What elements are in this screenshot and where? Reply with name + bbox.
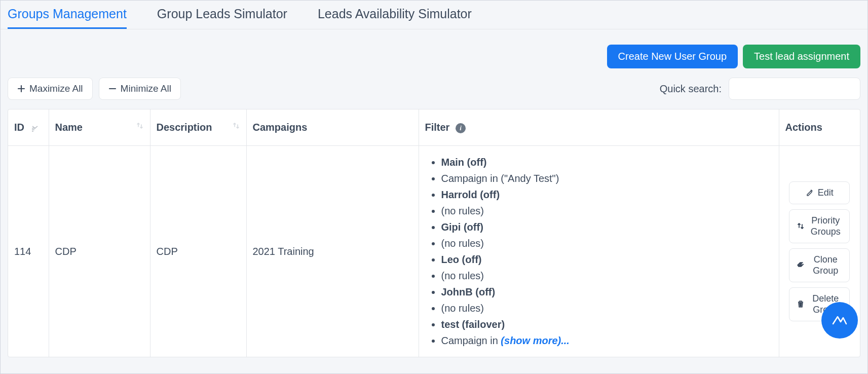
table-row: 114 CDP CDP 2021 Training Main (off) Cam…	[8, 146, 860, 357]
col-id[interactable]: ID	[8, 109, 49, 146]
tab-leads-availability-simulator[interactable]: Leads Availability Simulator	[318, 7, 472, 29]
filter-item: Main (off)	[441, 154, 773, 170]
sort-icon	[136, 122, 144, 130]
search-label: Quick search:	[660, 83, 722, 95]
col-name[interactable]: Name	[49, 109, 150, 146]
edit-icon	[806, 189, 814, 197]
col-id-label: ID	[14, 122, 24, 133]
tab-group-leads-simulator[interactable]: Group Leads Simulator	[157, 7, 287, 29]
filter-list: Main (off) Campaign in ("Andy Test") Har…	[425, 154, 773, 349]
filter-item: test (failover)	[441, 316, 773, 332]
cell-filter: Main (off) Campaign in ("Andy Test") Har…	[419, 146, 779, 357]
filter-item: (no rules)	[441, 268, 773, 284]
cell-name: CDP	[49, 146, 150, 357]
show-more-link[interactable]: (show more)...	[501, 335, 570, 346]
col-actions: Actions	[779, 109, 860, 146]
edit-button[interactable]: Edit	[789, 181, 850, 204]
groups-table: ID Name Description	[8, 109, 860, 357]
filter-item: (no rules)	[441, 300, 773, 316]
maximize-label: Maximize All	[29, 83, 83, 94]
col-campaigns: Campaigns	[246, 109, 419, 146]
fab-button[interactable]	[821, 302, 858, 339]
cell-campaigns: 2021 Training	[246, 146, 419, 357]
cell-description: CDP	[150, 146, 246, 357]
toolbar-left: Maximize All Minimize All	[8, 78, 181, 100]
priority-icon	[797, 222, 805, 230]
filter-item-showmore: Campaign in (show more)...	[441, 332, 773, 349]
col-description[interactable]: Description	[150, 109, 246, 146]
minus-icon	[108, 85, 117, 93]
edit-label: Edit	[818, 187, 834, 199]
tab-groups-management[interactable]: Groups Management	[8, 7, 127, 29]
filter-item: (no rules)	[441, 235, 773, 251]
col-name-label: Name	[55, 122, 83, 133]
create-user-group-button[interactable]: Create New User Group	[607, 45, 738, 68]
col-description-label: Description	[157, 122, 212, 133]
priority-label: Priority Groups	[809, 215, 842, 238]
groups-table-wrap: ID Name Description	[8, 109, 860, 357]
col-filter: Filter i	[419, 109, 779, 146]
filter-last-prefix: Campaign in	[441, 335, 501, 346]
clone-label: Clone Group	[809, 254, 842, 277]
filter-item: (no rules)	[441, 203, 773, 219]
minimize-label: Minimize All	[121, 83, 171, 94]
sort-icon	[232, 122, 240, 130]
maximize-all-button[interactable]: Maximize All	[8, 78, 93, 100]
trash-icon	[797, 300, 805, 308]
minimize-all-button[interactable]: Minimize All	[99, 78, 181, 100]
plus-icon	[17, 85, 25, 93]
toolbar: Maximize All Minimize All Quick search:	[1, 68, 867, 109]
table-header-row: ID Name Description	[8, 109, 860, 146]
filter-item: JohnB (off)	[441, 284, 773, 300]
info-icon[interactable]: i	[456, 123, 466, 133]
priority-groups-button[interactable]: Priority Groups	[789, 209, 850, 243]
cell-id: 114	[8, 146, 49, 357]
tabs-bar: Groups Management Group Leads Simulator …	[1, 1, 867, 29]
test-lead-assignment-button[interactable]: Test lead assignment	[743, 45, 860, 68]
fab-icon	[831, 312, 848, 329]
col-actions-label: Actions	[785, 122, 822, 133]
filter-item: Gipi (off)	[441, 219, 773, 235]
quick-search-input[interactable]	[729, 78, 860, 100]
filter-item: Leo (off)	[441, 251, 773, 268]
clone-icon	[797, 261, 805, 269]
toolbar-right: Quick search:	[660, 78, 860, 100]
col-filter-label: Filter	[425, 122, 450, 133]
filter-item: Harrold (off)	[441, 186, 773, 203]
col-campaigns-label: Campaigns	[253, 122, 308, 133]
sort-desc-icon	[30, 124, 40, 133]
clone-group-button[interactable]: Clone Group	[789, 248, 850, 282]
top-action-row: Create New User Group Test lead assignme…	[1, 29, 867, 68]
filter-item: Campaign in ("Andy Test")	[441, 170, 773, 186]
